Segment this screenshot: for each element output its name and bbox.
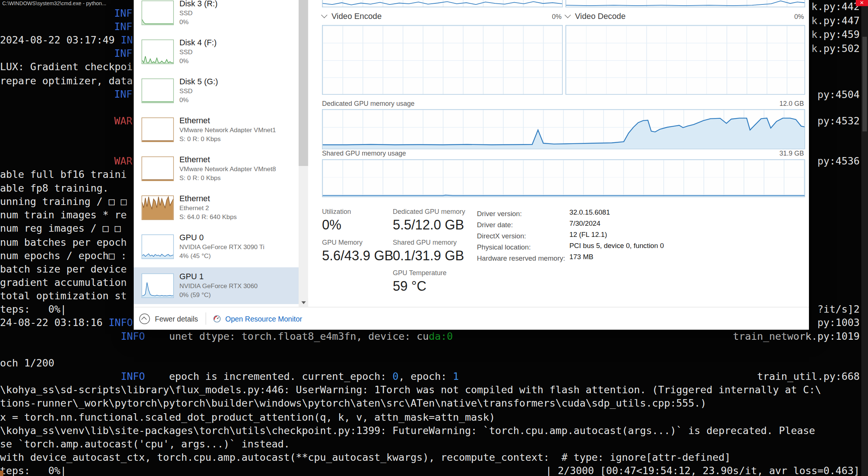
sidebar-item-meta: EthernetEthernet 2S: 64.0 R: 640 Kbps xyxy=(179,193,296,221)
sidebar-item-status: 0% xyxy=(179,95,296,104)
stat-value-gpu-temperature: 59 °C xyxy=(393,278,426,294)
ethernet-vmnet8-thumbnail-chart xyxy=(142,157,174,181)
terminal-line: \kohya_ss\sd-scripts\library\flux_models… xyxy=(0,383,821,397)
terminal-line: INF xyxy=(114,20,133,33)
terminal-line: WAR xyxy=(114,114,133,128)
stat-label-utilization: Utilization xyxy=(322,208,351,216)
shared-gpu-memory-max: 31.9 GB xyxy=(322,149,804,157)
terminal-line: 24-08-22 03:18:16 INFO xyxy=(0,316,133,329)
terminal-line: num reg images / □ □ xyxy=(0,222,121,235)
terminal-line: num train images * re xyxy=(0,208,127,222)
sidebar-item-disk-3[interactable]: Disk 3 (R:)SSD0% xyxy=(134,0,299,31)
chevron-up-circle-icon xyxy=(139,313,150,324)
arrow-down-icon xyxy=(301,301,306,304)
fewer-details-button[interactable]: Fewer details xyxy=(134,307,206,330)
terminal-line: teps: 0%| xyxy=(0,464,66,476)
detail-value: 12 (FL 12.1) xyxy=(569,231,607,238)
sidebar-item-subtitle: VMware Network Adapter VMnet1 xyxy=(179,126,296,134)
terminal-line: k.py:442 xyxy=(811,0,859,13)
ethernet-vmnet1-thumbnail-chart xyxy=(142,118,174,142)
terminal-line: py:4532 xyxy=(817,114,860,128)
gpu-engine-chart-fragment-right xyxy=(566,0,805,7)
sidebar-item-ethernet-vmnet1[interactable]: EthernetVMware Network Adapter VMnet1S: … xyxy=(134,111,299,148)
sidebar-item-name: Ethernet xyxy=(179,115,296,126)
sidebar-item-meta: Disk 5 (G:)SSD0% xyxy=(179,76,296,104)
sidebar-item-meta: GPU 1NVIDIA GeForce RTX 30600% (59 °C) xyxy=(179,271,296,299)
sidebar-item-status: S: 0 R: 0 Kbps xyxy=(179,134,296,143)
stat-value-utilization: 0% xyxy=(322,217,341,233)
sidebar-item-ethernet-2[interactable]: EthernetEthernet 2S: 64.0 R: 640 Kbps xyxy=(134,189,299,226)
terminal-line: train_network.py:1019 xyxy=(733,330,859,343)
stat-label-shared-memory: Shared GPU memory xyxy=(393,238,457,246)
sidebar-item-subtitle: SSD xyxy=(179,87,296,95)
scrollbar-thumb[interactable] xyxy=(299,0,308,166)
terminal-line: | 2/3000 [00:47<19:54:12, 23.90s/it, avr… xyxy=(546,464,859,476)
terminal-line: repare optimizer, data xyxy=(0,74,133,88)
sidebar-item-gpu-1[interactable]: GPU 1NVIDIA GeForce RTX 30600% (59 °C) xyxy=(134,267,299,304)
sidebar-item-subtitle: NVIDIA GeForce RTX 3060 xyxy=(179,282,296,290)
task-manager-window: Disk 3 (R:)SSD0%Disk 4 (F:)SSD0%Disk 5 (… xyxy=(134,0,809,330)
sidebar-scrollbar[interactable] xyxy=(299,0,308,307)
sidebar-item-status: 0% xyxy=(179,17,296,26)
fewer-details-label: Fewer details xyxy=(155,314,198,323)
terminal-line: INF xyxy=(114,47,133,60)
terminal-line: with device_autocast_ctx, torch.cpu.amp.… xyxy=(0,451,731,464)
detail-label: Physical location: xyxy=(477,244,531,251)
taskmanager-footer: Fewer details Open Resource Monitor xyxy=(134,307,809,330)
sidebar-item-meta: EthernetVMware Network Adapter VMnet1S: … xyxy=(179,115,296,143)
terminal-line: teps: 0%| xyxy=(0,303,66,316)
scrollbar-down-button[interactable] xyxy=(299,298,308,308)
gpu-0-thumbnail-chart xyxy=(142,235,174,259)
video-decode-value: 0% xyxy=(566,13,804,21)
terminal-line: py:4536 xyxy=(817,154,860,168)
disk-4-thumbnail-chart xyxy=(142,40,174,64)
sidebar-item-name: Ethernet xyxy=(179,193,296,204)
terminal-line: unning training / □ □ xyxy=(0,195,127,208)
sidebar-item-meta: Disk 4 (F:)SSD0% xyxy=(179,37,296,65)
terminal-scrollbar[interactable] xyxy=(861,6,868,476)
gpu-detail-panel: Video Encode 0% Video Decode 0% Dedicate… xyxy=(322,0,804,307)
detail-row: DirectX version:12 (FL 12.1) xyxy=(477,231,803,242)
screen: C:\WINDOWS\system32\cmd.exe - python... … xyxy=(0,0,868,476)
gpu-1-thumbnail-chart xyxy=(142,274,174,298)
stat-value-gpu-memory: 5.6/43.9 GB xyxy=(322,248,393,264)
sidebar-item-subtitle: SSD xyxy=(179,48,296,56)
detail-row: Physical location:PCI bus 5, device 0, f… xyxy=(477,242,803,253)
sidebar-item-subtitle: VMware Network Adapter VMnet8 xyxy=(179,165,296,173)
sidebar-item-meta: Disk 3 (R:)SSD0% xyxy=(179,0,296,26)
sidebar-item-status: 0% (59 °C) xyxy=(179,290,296,299)
ethernet-2-thumbnail-chart xyxy=(142,196,174,220)
terminal-line: py:4504 xyxy=(817,88,860,101)
sidebar-item-gpu-0[interactable]: GPU 0NVIDIA GeForce RTX 3090 Ti4% (45 °C… xyxy=(134,228,299,265)
terminal-line: x = torch.nn.functional.scaled_dot_produ… xyxy=(0,411,495,424)
sidebar-item-disk-5[interactable]: Disk 5 (G:)SSD0% xyxy=(134,72,299,109)
terminal-line: LUX: Gradient checkpoi xyxy=(0,60,133,74)
detail-value: 7/30/2024 xyxy=(569,219,600,227)
close-button[interactable]: ✕ xyxy=(856,0,868,6)
sidebar-item-ethernet-vmnet8[interactable]: EthernetVMware Network Adapter VMnet8S: … xyxy=(134,150,299,187)
detail-value: PCI bus 5, device 0, function 0 xyxy=(569,242,664,250)
video-encode-chart xyxy=(322,25,563,95)
sidebar-item-name: Ethernet xyxy=(179,154,296,165)
terminal-line: ?it/s]2 xyxy=(817,303,860,316)
sidebar-item-name: GPU 1 xyxy=(179,271,296,282)
open-resource-monitor-link[interactable]: Open Resource Monitor xyxy=(206,307,309,330)
terminal-line: num epochs / epoch□ : xyxy=(0,249,127,263)
performance-sidebar: Disk 3 (R:)SSD0%Disk 4 (F:)SSD0%Disk 5 (… xyxy=(134,0,299,307)
gpu-driver-details: Driver version:32.0.15.6081Driver date:7… xyxy=(477,208,803,264)
sidebar-item-name: Disk 4 (F:) xyxy=(179,37,296,48)
terminal-line: k.py:459 xyxy=(811,28,859,41)
detail-label: Driver version: xyxy=(477,210,522,218)
sidebar-item-status: 0% xyxy=(179,56,296,65)
gpu-engine-chart-fragment-left xyxy=(322,0,563,7)
detail-value: 173 MB xyxy=(569,253,594,261)
detail-label: Driver date: xyxy=(477,221,513,229)
sidebar-item-disk-4[interactable]: Disk 4 (F:)SSD0% xyxy=(134,33,299,70)
sidebar-item-status: 4% (45 °C) xyxy=(179,251,296,260)
terminal-line: py:1003 xyxy=(817,316,860,329)
detail-row: Driver date:7/30/2024 xyxy=(477,219,803,231)
terminal-scrollbar-thumb[interactable] xyxy=(862,37,867,131)
video-encode-value: 0% xyxy=(322,13,562,21)
sidebar-item-subtitle: SSD xyxy=(179,9,296,17)
terminal-line: batch size per device xyxy=(0,263,127,276)
